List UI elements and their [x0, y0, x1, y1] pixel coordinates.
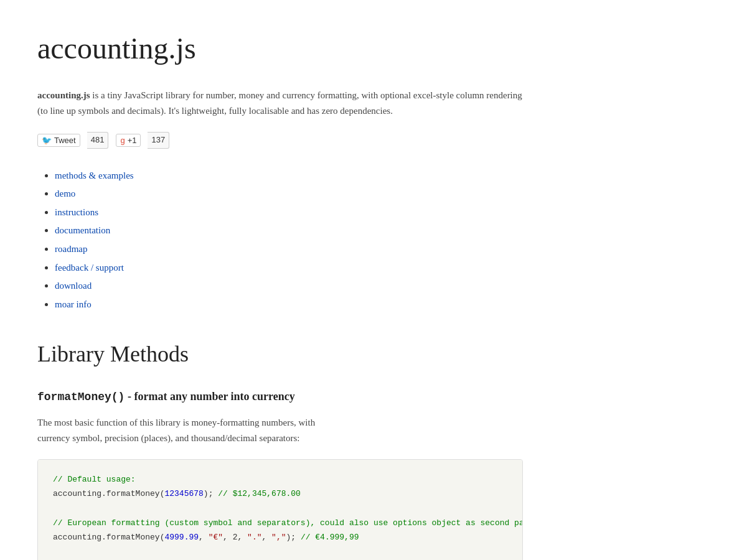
code-line: accounting.formatMoney(4999.99, "€", 2, … [53, 530, 507, 544]
code-plain: , [261, 533, 271, 542]
nav-link[interactable]: download [55, 281, 92, 291]
intro-text: is a tiny JavaScript library for number,… [37, 90, 522, 116]
nav-item: instructions [55, 204, 523, 220]
nav-item: methods & examples [55, 167, 523, 184]
desc-line2: currency symbol, precision (places), and… [37, 433, 300, 443]
code-plain: ); [286, 533, 296, 542]
nav-item: demo [55, 185, 523, 202]
tweet-label: Tweet [54, 136, 76, 145]
code-line: accounting.formatMoney(12345678); // $12… [53, 487, 507, 501]
format-money-desc: - format any number into currency [125, 390, 294, 403]
gplus-button[interactable]: g +1 [116, 134, 141, 147]
code-line: // European formatting (custom symbol an… [53, 516, 507, 530]
nav-link[interactable]: feedback / support [55, 263, 124, 273]
code-line [53, 545, 507, 559]
twitter-icon: 🐦 [42, 136, 52, 145]
gplus-icon: g [120, 136, 125, 145]
nav-link[interactable]: methods & examples [55, 170, 134, 180]
nav-list: methods & examplesdemoinstructionsdocume… [37, 167, 523, 312]
code-string: "€" [209, 533, 223, 542]
nav-item: feedback / support [55, 259, 523, 276]
nav-item: moar info [55, 296, 523, 312]
intro-bold: accounting.js [37, 90, 90, 100]
nav-item: documentation [55, 222, 523, 238]
code-number: 12345678 [164, 489, 203, 498]
code-plain: , [199, 533, 209, 542]
code-line: // Default usage: [53, 472, 507, 487]
nav-link[interactable]: demo [55, 189, 75, 198]
format-money-heading: formatMoney() - format any number into c… [37, 388, 523, 406]
code-plain: accounting.formatMoney( [53, 489, 164, 498]
intro-paragraph: accounting.js is a tiny JavaScript libra… [37, 88, 523, 119]
nav-item: roadmap [55, 241, 523, 257]
format-money-method: formatMoney() [37, 391, 125, 403]
social-bar: 🐦 Tweet 481 g +1 137 [37, 132, 523, 149]
nav-link[interactable]: roadmap [55, 244, 87, 254]
tweet-count: 481 [87, 132, 109, 149]
code-string: "," [271, 533, 286, 542]
tweet-button[interactable]: 🐦 Tweet [37, 134, 80, 147]
code-string: "." [247, 533, 261, 542]
nav-link[interactable]: moar info [55, 299, 92, 309]
gplus-count: 137 [148, 132, 169, 149]
nav-item: download [55, 278, 523, 294]
nav-link[interactable]: instructions [55, 207, 98, 217]
code-plain: accounting.formatMoney( [53, 533, 164, 542]
code-comment: // €4.999,99 [296, 533, 359, 542]
code-plain: ); [204, 489, 214, 498]
desc-line1: The most basic function of this library … [37, 418, 315, 427]
code-number: 4999.99 [164, 533, 199, 542]
code-comment: // European formatting (custom symbol an… [53, 518, 523, 528]
code-plain: , 2, [223, 533, 247, 542]
code-comment: // Default usage: [53, 475, 136, 484]
code-comment: // $12,345,678.00 [213, 489, 300, 498]
page-title: accounting.js [37, 25, 523, 73]
code-block: // Default usage:accounting.formatMoney(… [37, 459, 523, 560]
library-methods-heading: Library Methods [37, 337, 523, 373]
format-money-description: The most basic function of this library … [37, 415, 523, 447]
code-line [53, 502, 507, 516]
nav-link[interactable]: documentation [55, 225, 110, 235]
gplus-label: +1 [128, 136, 137, 145]
